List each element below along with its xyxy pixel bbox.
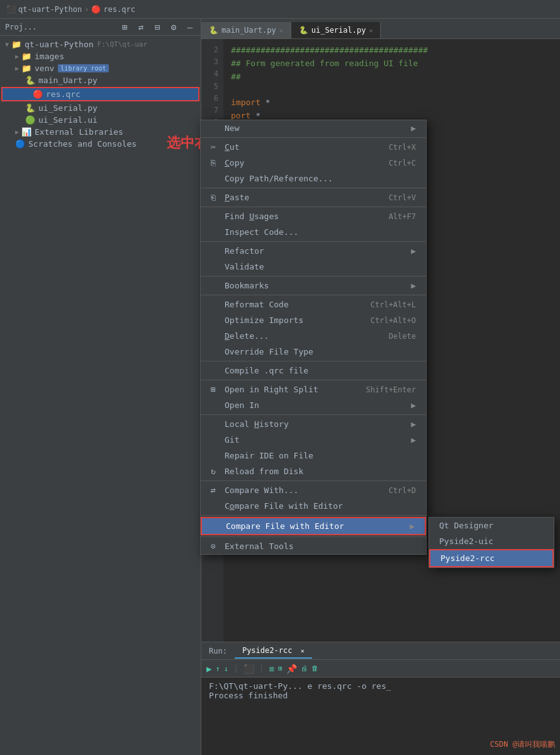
menu-item-compare-editor[interactable]: Compare File with Editor [201, 498, 426, 514]
tree-item-main-uart[interactable]: 🐍 main_Uart.py [0, 74, 201, 86]
menu-item-new[interactable]: New ▶ [201, 120, 426, 136]
tree-label-res-qrc: res.qrc [46, 89, 81, 99]
run-down-button[interactable]: ↓ [224, 664, 228, 673]
menu-item-validate[interactable]: Validate [201, 259, 426, 275]
sync-icon[interactable]: ⇄ [135, 21, 147, 33]
menu-label-cut: Cut [225, 142, 379, 152]
menu-item-copy-path[interactable]: Copy Path/Reference... [201, 171, 426, 186]
menu-item-git[interactable]: Git ▶ [201, 432, 426, 448]
menu-label-find: Find Usages [225, 212, 379, 221]
menu-item-reload-disk[interactable]: ↻ Reload from Disk [201, 463, 426, 479]
tab-main-uart[interactable]: 🐍 main_Uart.py ✕ [201, 22, 291, 38]
menu-label-gist: External Tools [225, 542, 416, 551]
run-lines-button[interactable]: ≡ [269, 664, 274, 674]
menu-label-repair: Repair IDE on File [225, 451, 416, 460]
tree-item-ui-serial-ui[interactable]: 🟢 ui_Serial.ui [0, 114, 201, 126]
tree-item-venv[interactable]: ▶ 📁 venv library root [0, 62, 201, 74]
menu-item-copy[interactable]: ⎘ Copy Ctrl+C [201, 155, 426, 171]
menu-label-compile: Compile .qrc file [225, 366, 416, 375]
menu-item-optimize[interactable]: Optimize Imports Ctrl+Alt+O [201, 312, 426, 328]
menu-item-reformat[interactable]: Reformat Code Ctrl+Alt+L [201, 297, 426, 312]
menu-item-bookmarks[interactable]: Bookmarks ▶ [201, 278, 426, 293]
menu-item-refactor[interactable]: Refactor ▶ [201, 243, 426, 259]
bottom-tabs: Run: Pyside2-rcc ✕ [201, 642, 560, 660]
menu-label-copy: Copy [225, 158, 379, 167]
menu-shortcut-reformat: Ctrl+Alt+L [371, 300, 416, 309]
tab-pyside2-rcc-label: Pyside2-rcc [242, 646, 292, 655]
run-output-cmd: e res.qrc -o res_ [308, 681, 391, 691]
tree-label-ext-libs: External Libraries [35, 127, 123, 137]
submenu-label-qt-designer: Qt Designer [439, 521, 493, 530]
run-play-button[interactable]: ▶ [206, 664, 211, 674]
menu-shortcut-copy: Ctrl+C [389, 159, 416, 167]
menu-label-delete: Delete... [225, 331, 379, 341]
menu-item-open-right-split[interactable]: ⊞ Open in Right Split Shift+Enter [201, 382, 426, 397]
tree-item-images[interactable]: ▶ 📁 images [0, 50, 201, 62]
menu-item-cut[interactable]: ✂ Cut Ctrl+X [201, 139, 426, 155]
menu-shortcut-delete: Delete [389, 332, 416, 341]
menu-sep-2 [201, 188, 426, 188]
tree-item-ui-serial-py[interactable]: 🐍 ui_Serial.py [0, 102, 201, 114]
tab-pyside2-rcc[interactable]: Pyside2-rcc ✕ [235, 644, 312, 659]
tab-close-main-uart[interactable]: ✕ [279, 27, 283, 34]
project-icon: ⬛ [6, 5, 16, 14]
run-pin-button[interactable]: 📌 [286, 664, 297, 674]
menu-item-delete[interactable]: Delete... Delete [201, 328, 426, 344]
close-icon[interactable]: — [184, 21, 196, 33]
run-trash-button[interactable]: 🗑 [311, 664, 318, 673]
menu-label-new: New [225, 123, 406, 133]
tree-item-root[interactable]: ▼ 📁 qt-uart-Python F:\QT\qt-uar [0, 38, 201, 50]
menu-icon-split: ⊞ [207, 385, 220, 394]
menu-label-optimize: Optimize Imports [225, 315, 361, 325]
menu-item-repair-ide[interactable]: Repair IDE on File [201, 448, 426, 463]
tree-path-root: F:\QT\qt-uar [98, 40, 147, 48]
proj-label: Proj... [5, 23, 37, 31]
menu-icon-copy: ⎘ [207, 158, 220, 167]
menu-label-split: Open in Right Split [225, 385, 356, 394]
tab-close-ui-serial[interactable]: ✕ [369, 27, 372, 34]
menu-item-find-usages[interactable]: Find Usages Alt+F7 [201, 208, 426, 224]
menu-item-create-gist[interactable]: ⊙ External Tools [201, 538, 426, 554]
menu-item-override-type[interactable]: Override File Type [201, 344, 426, 360]
run-output-path: F:\QT\qt-uart-Py... [209, 681, 303, 691]
menu-item-compile-qrc[interactable]: Compile .qrc file [201, 363, 426, 378]
tree-item-ext-libs[interactable]: ▶ 📊 External Libraries [0, 126, 201, 138]
run-sep2: | [259, 664, 264, 673]
menu-sep-6 [201, 295, 426, 295]
editor-tabs: 🐍 main_Uart.py ✕ 🐍 ui_Serial.py ✕ [201, 19, 560, 39]
title-bar: ⬛ qt-uart-Python › 🔴 res.qrc [0, 0, 560, 19]
menu-item-open-in[interactable]: Open In ▶ [201, 397, 426, 413]
menu-label-bookmarks: Bookmarks [225, 281, 406, 290]
tab-ui-serial[interactable]: 🐍 ui_Serial.py ✕ [291, 22, 381, 38]
menu-item-local-history[interactable]: Local History ▶ [201, 416, 426, 432]
structure-icon[interactable]: ⊞ [119, 21, 130, 33]
menu-label-reload: Reload from Disk [225, 467, 416, 476]
menu-item-paste[interactable]: ⎗ Paste Ctrl+V [201, 190, 426, 205]
menu-shortcut-compare: Ctrl+D [389, 486, 416, 495]
tab-close-pyside2[interactable]: ✕ [301, 647, 305, 654]
tab-label-ui-serial: ui_Serial.py [311, 26, 366, 35]
run-add-button[interactable]: ⊞ [278, 664, 283, 673]
menu-sep-3 [201, 207, 426, 207]
tree-label-main-uart: main_Uart.py [38, 76, 98, 85]
run-up-button[interactable]: ↑ [215, 664, 220, 673]
tree-item-scratches[interactable]: 🔵 Scratches and Consoles [0, 138, 201, 150]
menu-label-git: Git [225, 435, 406, 445]
menu-item-compare-with[interactable]: ⇄ Compare With... Ctrl+D [201, 482, 426, 498]
menu-item-inspect[interactable]: Inspect Code... [201, 224, 426, 240]
menu-icon-paste: ⎗ [207, 193, 220, 202]
submenu-item-qt-designer[interactable]: Qt Designer [429, 518, 554, 533]
settings-icon[interactable]: ⚙ [168, 21, 179, 33]
run-stop-button[interactable]: ⬛ [244, 664, 254, 674]
file-tree: ▼ 📁 qt-uart-Python F:\QT\qt-uar ▶ 📁 imag… [0, 36, 201, 755]
submenu-item-pyside2-uic[interactable]: Pyside2-uic [429, 533, 554, 549]
menu-icon-gist: ⊙ [207, 542, 220, 551]
run-print-button[interactable]: 🖨 [301, 664, 308, 673]
menu-item-external-tools[interactable]: Compare File with Editor ▶ Qt Designer P… [201, 517, 426, 535]
menu-shortcut-cut: Ctrl+X [389, 143, 416, 152]
tree-item-res-qrc[interactable]: 🔴 res.qrc [1, 87, 199, 101]
title-file: res.qrc [103, 5, 135, 14]
submenu-item-pyside2-rcc[interactable]: Pyside2-rcc [429, 549, 554, 567]
menu-shortcut-split: Shift+Enter [366, 385, 416, 394]
collapse-icon[interactable]: ⊟ [152, 21, 163, 33]
